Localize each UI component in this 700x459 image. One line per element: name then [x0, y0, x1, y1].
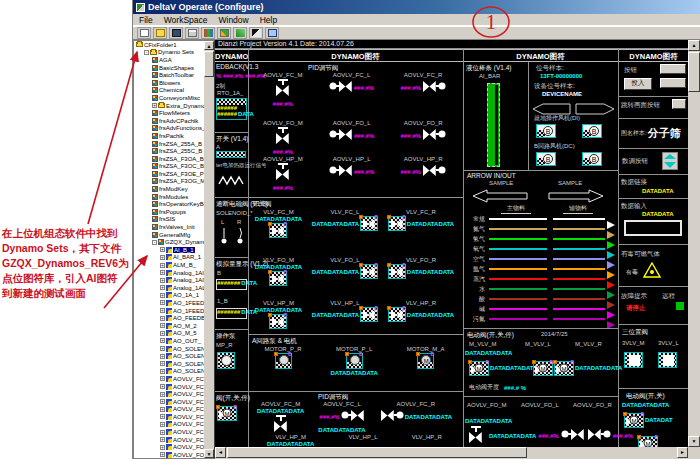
- blower-icon[interactable]: B: [582, 124, 602, 138]
- tree-item[interactable]: +AO_M_2: [134, 322, 204, 330]
- tree-item[interactable]: GeneralMfg: [134, 231, 204, 239]
- tree-expander-icon[interactable]: +: [160, 376, 165, 381]
- tree-expander-icon[interactable]: +: [160, 278, 165, 283]
- valve-icon[interactable]: [270, 415, 292, 436]
- tree-expander-icon[interactable]: +: [160, 361, 165, 366]
- tree-item[interactable]: +AO_M_5: [134, 330, 204, 338]
- sample-button[interactable]: [660, 64, 686, 74]
- valve-l-icon[interactable]: [329, 163, 353, 181]
- valve-l-icon[interactable]: [329, 79, 353, 97]
- switch-valve-icon[interactable]: D: [269, 271, 287, 286]
- tree-item[interactable]: frsAdvCPachlk: [134, 117, 204, 125]
- tree-item[interactable]: +AOVLV_FO_L_: [134, 443, 204, 451]
- motor-valve-icon[interactable]: MD: [554, 361, 574, 376]
- tree-item[interactable]: +AOVLV_FC_M_: [134, 390, 204, 398]
- menu-workspace[interactable]: WorkSpace: [164, 15, 208, 25]
- menu-help[interactable]: Help: [260, 15, 277, 25]
- tree-item[interactable]: frsZSA_255C_B: [134, 147, 204, 155]
- picname-value[interactable]: 分子筛: [648, 126, 681, 141]
- switch-valve-icon[interactable]: D: [388, 264, 406, 279]
- tree-expander-icon[interactable]: +: [160, 354, 165, 359]
- tree-expander-icon[interactable]: +: [160, 430, 165, 435]
- switch-valve-icon[interactable]: D: [388, 307, 406, 322]
- motor-valve-icon[interactable]: MD: [217, 406, 237, 421]
- tree-expander-icon[interactable]: +: [160, 422, 165, 427]
- tree-item[interactable]: +AOVLV_FC_M_4: [134, 406, 204, 414]
- toolbar-button[interactable]: [137, 27, 151, 39]
- motor-valve-icon[interactable]: MD: [624, 413, 644, 428]
- tree-expander-icon[interactable]: +: [160, 399, 165, 404]
- toolbar-button[interactable]: [169, 27, 183, 39]
- motor-valve-icon[interactable]: MD: [533, 361, 553, 376]
- tree-item[interactable]: +AI_BAR_1: [134, 254, 204, 262]
- toolbar-button[interactable]: [249, 27, 263, 39]
- tree-expander-icon[interactable]: +: [160, 263, 165, 268]
- valve-r-icon[interactable]: [587, 427, 611, 445]
- tree-expander-icon[interactable]: +: [160, 308, 165, 313]
- tree-scroll-up-icon[interactable]: ▲: [204, 41, 214, 50]
- solenoid-left-icon[interactable]: [219, 228, 229, 246]
- canvas-scroll-down-icon[interactable]: ▼: [688, 436, 700, 447]
- tree-item[interactable]: frsZSA_255A_B: [134, 140, 204, 148]
- tree-expander-icon[interactable]: -: [144, 50, 149, 55]
- tree-item[interactable]: frsModules: [134, 193, 204, 201]
- toolbar-button[interactable]: [217, 27, 231, 39]
- motor-valve-icon[interactable]: MD: [638, 436, 658, 447]
- heater-zigzag-icon[interactable]: [218, 172, 246, 184]
- tree-item[interactable]: -GZQX_Dynamos_REV6: [134, 238, 204, 246]
- motor-icon[interactable]: D: [346, 353, 363, 369]
- tree-item[interactable]: +AOVLV_FC_R_1: [134, 436, 204, 444]
- tree-item[interactable]: +Analog_1AI_2B: [134, 269, 204, 277]
- canvas-vscrollbar[interactable]: ▲ ▼: [688, 40, 700, 447]
- tree-item[interactable]: +AO_SOLENOID_M_: [134, 360, 204, 368]
- tree-item[interactable]: frsZSA_F3OC_B: [134, 163, 204, 171]
- tree-item[interactable]: +AOVLV_FC_L_2: [134, 383, 204, 391]
- tree-item[interactable]: frsModKey: [134, 185, 204, 193]
- tree-item[interactable]: +ALM_B_: [134, 261, 204, 269]
- tree-item[interactable]: CFixFolder1: [134, 41, 204, 49]
- canvas-vscroll-thumb[interactable]: [688, 52, 700, 92]
- tree-expander-icon[interactable]: +: [160, 452, 165, 457]
- tree-expander-icon[interactable]: +: [160, 316, 165, 321]
- analog-strip[interactable]: #######DATA: [216, 308, 247, 319]
- tree-item[interactable]: +AI_B_1: [134, 246, 204, 254]
- switch-valve-icon[interactable]: D: [360, 216, 378, 231]
- three-position-valve-icon[interactable]: [624, 352, 643, 368]
- motor-icon[interactable]: D: [275, 353, 292, 369]
- level-bar[interactable]: [487, 83, 500, 167]
- jump-button[interactable]: [672, 99, 686, 109]
- tree-item[interactable]: frsSIS: [134, 216, 204, 224]
- title-bar[interactable]: DeltaV Operate (Configure): [133, 0, 700, 14]
- menu-file[interactable]: File: [139, 15, 153, 25]
- canvas-hscroll-thumb[interactable]: [227, 447, 527, 458]
- tree-expander-icon[interactable]: +: [160, 331, 165, 336]
- canvas-scroll-left-icon[interactable]: ◄: [215, 447, 226, 458]
- valve-icon[interactable]: [380, 408, 404, 426]
- blower-icon[interactable]: B: [536, 152, 556, 166]
- data-input-box[interactable]: [624, 220, 682, 236]
- tree-item[interactable]: +AO_OUT_: [134, 337, 204, 345]
- menu-window[interactable]: Window: [218, 15, 248, 25]
- tree-item[interactable]: frsValves_Init: [134, 223, 204, 231]
- motor-valve-icon[interactable]: MD: [469, 361, 489, 376]
- tree-item[interactable]: -Dynamo Sets: [134, 49, 204, 57]
- tree-expander-icon[interactable]: +: [160, 293, 165, 298]
- tree-expander-icon[interactable]: -: [152, 240, 157, 245]
- spinner-button[interactable]: [662, 152, 678, 170]
- tree-item[interactable]: frsOperatorKeyBoa: [134, 200, 204, 208]
- valve-m-icon[interactable]: [465, 426, 487, 447]
- valve-m-icon[interactable]: [272, 163, 294, 184]
- tree-item[interactable]: frsZSA_F3OG_M_2: [134, 178, 204, 186]
- motor-icon[interactable]: MD: [417, 353, 434, 369]
- valve-icon[interactable]: [341, 408, 365, 426]
- tree-item[interactable]: +AO_1A_1: [134, 292, 204, 300]
- pump-icon[interactable]: [217, 352, 235, 369]
- switch-valve-icon[interactable]: D: [388, 216, 406, 231]
- tree-item[interactable]: +AOVLV_FO_L_1: [134, 451, 204, 458]
- sample-button[interactable]: [660, 78, 686, 88]
- tree-expander-icon[interactable]: +: [160, 323, 165, 328]
- tree-item[interactable]: ConveyorsMisc: [134, 94, 204, 102]
- tree-item[interactable]: +AO_SOLENOID_1_: [134, 345, 204, 353]
- tree-item[interactable]: +AOVLV_FC_R_: [134, 428, 204, 436]
- toolbar-button[interactable]: [201, 27, 215, 39]
